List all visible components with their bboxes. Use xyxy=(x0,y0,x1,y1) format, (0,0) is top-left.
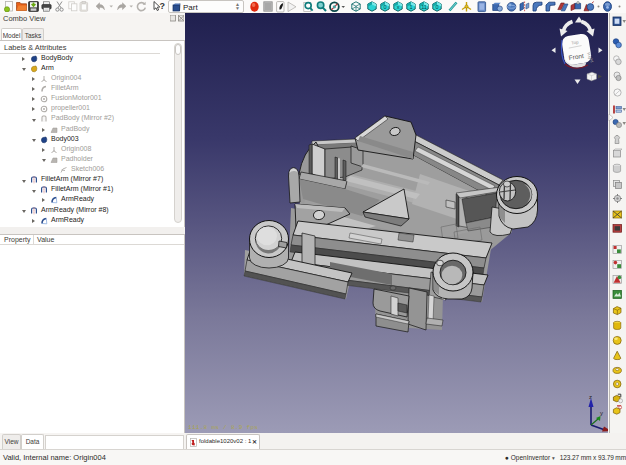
svg-text:11: 11 xyxy=(421,4,427,10)
svg-text:y: y xyxy=(600,410,603,416)
svg-text:1: 1 xyxy=(409,4,412,10)
svg-text:?: ? xyxy=(160,1,166,11)
svg-text:z: z xyxy=(589,394,592,400)
svg-text:0: 0 xyxy=(435,4,438,10)
svg-text:0: 0 xyxy=(383,4,386,10)
svg-text:x: x xyxy=(397,4,400,10)
